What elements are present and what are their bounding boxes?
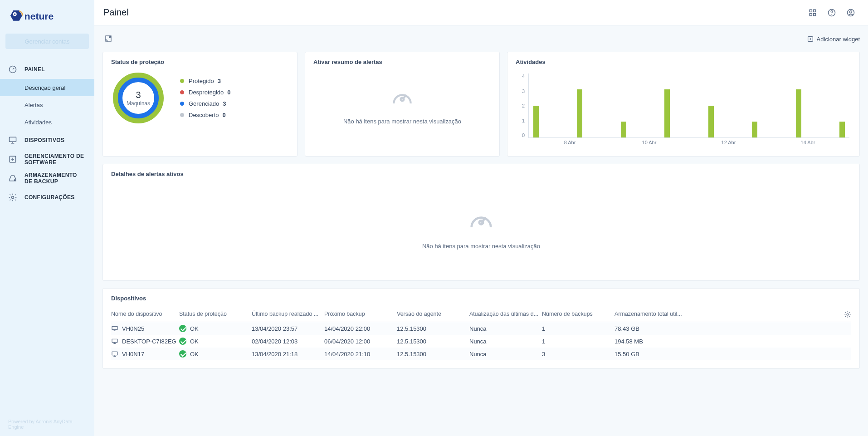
cell-status: OK xyxy=(179,338,252,345)
svg-rect-11 xyxy=(809,13,812,15)
col-name[interactable]: Nome do dispositivo xyxy=(111,311,179,318)
monitor-icon xyxy=(111,338,118,345)
cell-storage: 78.43 GB xyxy=(614,325,839,332)
add-widget-button[interactable]: Adicionar widget xyxy=(807,35,860,43)
card-title: Atividades xyxy=(516,59,851,65)
card-title: Dispositivos xyxy=(111,295,851,302)
chart-bar xyxy=(621,122,626,137)
legend-value: 0 xyxy=(222,112,225,118)
table-row[interactable]: DESKTOP-C7I82EG OK 02/04/2020 12:03 06/0… xyxy=(111,335,851,348)
subnav-descricao-geral[interactable]: Descrição geral xyxy=(0,79,94,96)
legend-label: Protegido xyxy=(189,78,214,84)
apps-grid-icon xyxy=(808,8,817,17)
legend-row: Protegido 3 xyxy=(180,78,231,84)
legend-label: Descoberto xyxy=(189,112,219,118)
nav-label: GERENCIAMENTO DE SOFTWARE xyxy=(24,153,86,166)
table-row[interactable]: VH0N25 OK 13/04/2020 23:57 14/04/2020 22… xyxy=(111,322,851,335)
status-text: OK xyxy=(190,325,199,332)
cell-last-backup: 13/04/2020 23:57 xyxy=(252,325,324,332)
legend-label: Desprotegido xyxy=(189,89,224,96)
x-tick: 10 Abr xyxy=(610,140,689,145)
cell-next-backup: 06/04/2020 12:00 xyxy=(324,338,397,345)
svg-rect-12 xyxy=(814,13,816,15)
x-tick: 14 Abr xyxy=(768,140,848,145)
nav-painel[interactable]: PAINEL xyxy=(0,60,94,79)
cell-backup-count: 1 xyxy=(542,338,614,345)
legend-dot-icon xyxy=(180,90,184,94)
y-tick: 1 xyxy=(516,118,525,123)
cell-backup-count: 3 xyxy=(542,351,614,358)
chart-bar xyxy=(796,89,801,137)
expand-icon xyxy=(104,34,112,43)
status-legend: Protegido 3 Desprotegido 0 Gerenciado 3 … xyxy=(180,78,231,118)
col-defs[interactable]: Atualização das últimas d... xyxy=(469,311,542,318)
help-button[interactable] xyxy=(824,5,840,21)
gauge-empty-icon xyxy=(390,84,415,110)
donut-total: 3 xyxy=(136,90,141,100)
col-storage[interactable]: Armazenamento total util... xyxy=(614,311,839,318)
drive-icon xyxy=(8,174,17,183)
card-title: Status de proteção xyxy=(111,59,289,65)
card-title: Ativar resumo de alertas xyxy=(313,59,491,65)
card-status-protecao: Status de proteção 3 Maquinas Protegido xyxy=(102,52,297,157)
cell-status: OK xyxy=(179,325,252,332)
sidebar-footer: Powered by Acronis AnyData Engine xyxy=(0,412,94,436)
nav-configuracoes[interactable]: CONFIGURAÇÕES xyxy=(0,188,94,207)
col-count[interactable]: Número de backups xyxy=(542,311,614,318)
expand-button[interactable] xyxy=(102,33,114,46)
manage-accounts-button[interactable]: Gerenciar contas xyxy=(5,34,89,49)
nav-gerenciamento-software[interactable]: GERENCIAMENTO DE SOFTWARE xyxy=(0,150,94,169)
cell-name: VH0N17 xyxy=(111,350,179,358)
nav-label: DISPOSITIVOS xyxy=(24,137,64,143)
cell-backup-count: 1 xyxy=(542,325,614,332)
col-next[interactable]: Próximo backup xyxy=(324,311,397,318)
status-text: OK xyxy=(190,338,199,345)
table-settings-button[interactable] xyxy=(839,311,851,318)
device-name: VH0N17 xyxy=(122,351,144,358)
svg-rect-25 xyxy=(112,339,117,342)
legend-dot-icon xyxy=(180,102,184,106)
download-box-icon xyxy=(8,155,17,164)
table-row[interactable]: VH0N17 OK 13/04/2020 21:18 14/04/2020 21… xyxy=(111,348,851,360)
status-text: OK xyxy=(190,351,199,358)
legend-dot-icon xyxy=(180,113,184,117)
subnav-alertas[interactable]: Alertas xyxy=(0,96,94,113)
svg-point-16 xyxy=(850,10,852,13)
cell-last-backup: 13/04/2020 21:18 xyxy=(252,351,324,358)
subnav-atividades[interactable]: Atividades xyxy=(0,113,94,131)
svg-point-14 xyxy=(831,14,832,15)
account-button[interactable] xyxy=(843,5,859,21)
nav-label: CONFIGURAÇÕES xyxy=(24,194,75,201)
donut-chart: 3 Maquinas xyxy=(111,71,166,125)
chart-bar xyxy=(752,122,757,137)
x-tick: 12 Abr xyxy=(689,140,768,145)
nav-dispositivos[interactable]: DISPOSITIVOS xyxy=(0,131,94,150)
legend-row: Desprotegido 0 xyxy=(180,89,231,96)
cell-agent-version: 12.5.15300 xyxy=(397,351,469,358)
nav-armazenamento-backup[interactable]: ARMAZENAMENTO DE BACKUP xyxy=(0,169,94,188)
col-version[interactable]: Versão do agente xyxy=(397,311,469,318)
cell-last-backup: 02/04/2020 12:03 xyxy=(252,338,324,345)
svg-text:neture: neture xyxy=(24,11,54,21)
sidebar: neture Gerenciar contas PAINEL Descrição… xyxy=(0,0,94,436)
y-tick: 2 xyxy=(516,103,525,108)
cell-storage: 15.50 GB xyxy=(614,351,839,358)
chart-bar xyxy=(708,106,714,138)
content: Adicionar widget Status de proteção 3 Ma… xyxy=(94,25,868,436)
chart-bar xyxy=(839,122,845,137)
gauge-icon xyxy=(8,65,17,74)
col-last[interactable]: Último backup realizado ... xyxy=(252,311,324,318)
legend-label: Gerenciado xyxy=(189,100,219,107)
gauge-empty-icon xyxy=(467,206,496,235)
user-circle-icon xyxy=(846,8,855,17)
main: Painel Adicionar widget Status de prot xyxy=(94,0,868,436)
card-dispositivos: Dispositivos Nome do dispositivo Status … xyxy=(102,288,860,369)
svg-point-23 xyxy=(847,314,848,315)
svg-rect-26 xyxy=(112,352,117,355)
apps-grid-button[interactable] xyxy=(805,5,821,21)
gear-icon xyxy=(8,193,17,202)
gear-icon xyxy=(844,311,851,318)
cell-name: DESKTOP-C7I82EG xyxy=(111,338,179,345)
brand-logo-icon: neture xyxy=(8,7,67,25)
col-status[interactable]: Status de proteção xyxy=(179,311,252,318)
